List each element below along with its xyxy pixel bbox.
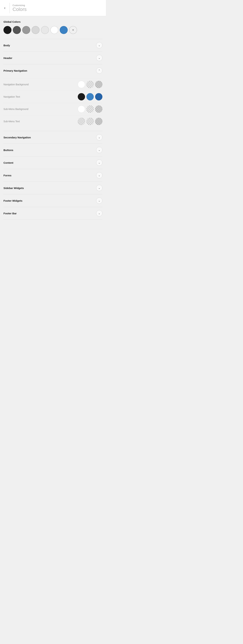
chevron-down-icon: ⌄ [98, 149, 100, 151]
submenu-text-swatch-2[interactable] [86, 118, 94, 125]
nav-text-swatches [78, 93, 102, 100]
accordion-forms-label: Forms [4, 174, 12, 177]
accordion-forms-chevron[interactable]: ⌄ [96, 172, 102, 178]
accordion-secondary-nav-chevron[interactable]: ⌄ [96, 134, 102, 140]
accordion-primary-nav-label: Primary Navigation [4, 69, 27, 72]
accordion-footer-bar-toggle[interactable]: Footer Bar ⌄ [4, 207, 102, 220]
accordion-forms: Forms ⌄ [4, 169, 102, 182]
global-colors-swatches: + [4, 26, 102, 34]
submenu-bg-swatch-2[interactable] [86, 106, 94, 113]
global-color-black[interactable] [4, 26, 12, 34]
accordion-footer-bar-label: Footer Bar [4, 212, 17, 215]
submenu-background-swatches [78, 106, 102, 113]
accordion-primary-nav-toggle[interactable]: Primary Navigation ⌃ [4, 64, 102, 77]
nav-text-label: Navigation Text [4, 95, 20, 98]
accordion-body-toggle[interactable]: Body ⌄ [4, 39, 102, 52]
header-subtitle: Customizing [13, 4, 27, 6]
global-color-light-gray1[interactable] [32, 26, 40, 34]
back-button[interactable]: ‹ [3, 6, 7, 10]
accordion-footer-widgets: Footer Widgets ⌄ [4, 194, 102, 207]
accordion-body: Body ⌄ [4, 39, 102, 52]
accordion-buttons-chevron[interactable]: ⌄ [96, 147, 102, 153]
nav-bg-swatch-1[interactable] [78, 81, 85, 88]
accordion-content-chevron[interactable]: ⌄ [96, 160, 102, 166]
accordion-forms-toggle[interactable]: Forms ⌄ [4, 169, 102, 182]
nav-background-label: Navigation Background [4, 83, 29, 86]
accordion-buttons-label: Buttons [4, 148, 13, 152]
chevron-up-icon: ⌃ [98, 69, 100, 72]
accordion-footer-widgets-chevron[interactable]: ⌄ [96, 198, 102, 204]
submenu-text-swatch-3[interactable] [95, 118, 102, 125]
primary-nav-body: Navigation Background Navigation Text [4, 77, 102, 131]
accordion-sidebar-widgets-toggle[interactable]: Sidebar Widgets ⌄ [4, 182, 102, 194]
nav-background-swatches [78, 81, 102, 88]
accordion-primary-nav-chevron[interactable]: ⌃ [96, 68, 102, 74]
accordion-header-label: Header [4, 56, 12, 60]
accordion-body-chevron[interactable]: ⌄ [96, 42, 102, 48]
accordion-secondary-nav-label: Secondary Navigation [4, 136, 31, 139]
header-title: Colors [13, 6, 27, 12]
accordion-content-toggle[interactable]: Content ⌄ [4, 156, 102, 169]
chevron-down-icon: ⌄ [98, 200, 100, 202]
accordion-sidebar-widgets-label: Sidebar Widgets [4, 186, 24, 190]
global-colors-section: Global Colors + [4, 20, 102, 34]
header-divider [10, 3, 10, 13]
submenu-background-label: Sub-Menu Background [4, 108, 28, 110]
nav-text-row: Navigation Text [4, 90, 102, 103]
chevron-down-icon: ⌄ [98, 57, 100, 59]
accordion-content: Content ⌄ [4, 156, 102, 169]
chevron-down-icon: ⌄ [98, 162, 100, 164]
nav-bg-swatch-2[interactable] [86, 81, 94, 88]
global-color-mid-gray[interactable] [22, 26, 30, 34]
accordion-footer-bar: Footer Bar ⌄ [4, 207, 102, 220]
accordion-header: Header ⌄ [4, 52, 102, 64]
accordion-content-label: Content [4, 161, 13, 164]
accordion-buttons: Buttons ⌄ [4, 144, 102, 156]
chevron-down-icon: ⌄ [98, 174, 100, 176]
submenu-text-swatch-1[interactable] [78, 118, 85, 125]
accordion-secondary-navigation: Secondary Navigation ⌄ [4, 131, 102, 144]
submenu-background-row: Sub-Menu Background [4, 103, 102, 115]
main-content: Global Colors + Body ⌄ Header ⌄ [0, 16, 106, 224]
page-header: ‹ Customizing Colors [0, 0, 106, 16]
chevron-down-icon: ⌄ [98, 187, 100, 189]
accordion-footer-widgets-label: Footer Widgets [4, 199, 22, 202]
header-text-block: Customizing Colors [13, 4, 27, 12]
nav-text-swatch-2[interactable] [86, 93, 94, 100]
accordion-buttons-toggle[interactable]: Buttons ⌄ [4, 144, 102, 156]
nav-text-swatch-3[interactable] [95, 93, 102, 100]
nav-background-row: Navigation Background [4, 78, 102, 90]
global-color-white[interactable] [50, 26, 58, 34]
global-color-dark-gray[interactable] [13, 26, 21, 34]
chevron-down-icon: ⌄ [98, 136, 100, 138]
accordion-sidebar-widgets-chevron[interactable]: ⌄ [96, 185, 102, 191]
accordion-footer-widgets-toggle[interactable]: Footer Widgets ⌄ [4, 194, 102, 207]
accordion-body-label: Body [4, 44, 10, 47]
nav-text-swatch-1[interactable] [78, 93, 85, 100]
add-color-button[interactable]: + [69, 26, 77, 34]
submenu-text-swatches [78, 118, 102, 125]
submenu-bg-swatch-1[interactable] [78, 106, 85, 113]
submenu-text-row: Sub-Menu Text [4, 115, 102, 128]
accordion-header-chevron[interactable]: ⌄ [96, 55, 102, 61]
chevron-down-icon: ⌄ [98, 44, 100, 46]
accordion-primary-navigation: Primary Navigation ⌃ Navigation Backgrou… [4, 64, 102, 131]
accordion-header-toggle[interactable]: Header ⌄ [4, 52, 102, 64]
accordion-secondary-nav-toggle[interactable]: Secondary Navigation ⌄ [4, 131, 102, 144]
submenu-bg-swatch-3[interactable] [95, 106, 102, 113]
submenu-text-label: Sub-Menu Text [4, 120, 20, 123]
global-color-blue[interactable] [60, 26, 68, 34]
accordion-footer-bar-chevron[interactable]: ⌄ [96, 210, 102, 216]
chevron-down-icon: ⌄ [98, 212, 100, 214]
nav-bg-swatch-3[interactable] [95, 81, 102, 88]
accordion-sidebar-widgets: Sidebar Widgets ⌄ [4, 182, 102, 194]
global-color-light-gray2[interactable] [41, 26, 49, 34]
global-colors-title: Global Colors [4, 20, 102, 23]
